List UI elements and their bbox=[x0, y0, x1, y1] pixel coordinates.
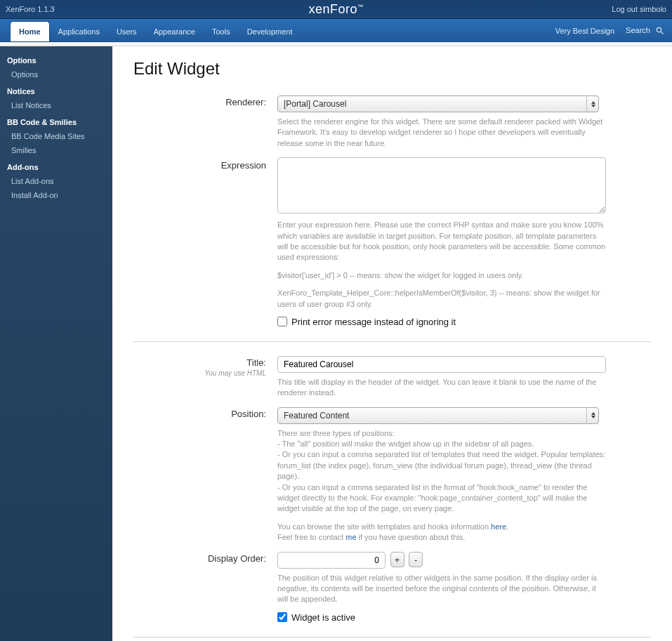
chevron-updown-icon bbox=[586, 407, 599, 424]
expression-label: Expression bbox=[133, 157, 277, 327]
sidebar-group-addons: Add-ons bbox=[0, 157, 112, 174]
position-select[interactable]: Featured Content bbox=[277, 407, 599, 424]
nav-tab-home[interactable]: Home bbox=[10, 21, 50, 41]
nav-tab-appearance[interactable]: Appearance bbox=[145, 22, 204, 41]
expression-desc-1: Enter your expression here. Please use t… bbox=[277, 220, 606, 263]
position-desc-links: You can browse the site with templates a… bbox=[277, 522, 606, 543]
print-error-label: Print error message instead of ignoring … bbox=[291, 317, 456, 327]
sidebar-item-list-notices[interactable]: List Notices bbox=[0, 98, 112, 112]
page-title: Edit Widget bbox=[133, 59, 651, 79]
widget-active-label: Widget is active bbox=[291, 612, 355, 623]
nav-search-link[interactable]: Search bbox=[626, 26, 665, 36]
nav-tab-users[interactable]: Users bbox=[108, 22, 145, 41]
divider bbox=[133, 341, 651, 342]
title-desc: This title will display in the header of… bbox=[277, 377, 606, 399]
sidebar: Options Options Notices List Notices BB … bbox=[0, 46, 112, 641]
expression-desc-2: $visitor['user_id'] > 0 -- means: show t… bbox=[277, 270, 606, 281]
nav-tab-development[interactable]: Development bbox=[239, 22, 301, 41]
logout-link[interactable]: Log out simbolo bbox=[612, 5, 666, 13]
print-error-checkbox[interactable] bbox=[277, 317, 287, 326]
brand-version: XenForo 1.1.3 bbox=[6, 5, 55, 13]
display-order-plus-button[interactable]: + bbox=[390, 552, 404, 567]
widget-active-checkbox[interactable] bbox=[277, 612, 287, 622]
renderer-select[interactable]: [Portal] Carousel bbox=[277, 95, 599, 112]
display-order-desc: The position of this widget relative to … bbox=[277, 573, 606, 605]
sidebar-item-options[interactable]: Options bbox=[0, 67, 112, 81]
display-order-label: Display Order: bbox=[133, 552, 277, 623]
sidebar-group-notices: Notices bbox=[0, 81, 112, 98]
display-order-input[interactable] bbox=[277, 552, 386, 569]
title-label: Title: You may use HTML bbox=[133, 356, 277, 399]
title-hint: You may use HTML bbox=[133, 369, 266, 377]
search-icon bbox=[655, 26, 665, 36]
display-order-minus-button[interactable]: - bbox=[409, 552, 423, 567]
renderer-desc: Select the renderer engine for this widg… bbox=[277, 117, 606, 149]
sidebar-item-list-addons[interactable]: List Add-ons bbox=[0, 174, 112, 188]
top-bar: XenForo 1.1.3 xenForo™ Log out simbolo bbox=[0, 0, 672, 19]
expression-textarea[interactable] bbox=[277, 157, 606, 213]
renderer-label: Renderer: bbox=[133, 95, 277, 149]
nav-tab-applications[interactable]: Applications bbox=[50, 22, 108, 41]
title-input[interactable] bbox=[277, 356, 606, 373]
sidebar-group-bbcode: BB Code & Smilies bbox=[0, 112, 112, 129]
chevron-updown-icon bbox=[586, 95, 599, 112]
nav-tab-tools[interactable]: Tools bbox=[204, 22, 239, 41]
divider bbox=[133, 637, 651, 637]
position-desc: There are three types of positions: - Th… bbox=[277, 428, 606, 515]
expression-desc-3: XenForo_Template_Helper_Core::helperIsMe… bbox=[277, 288, 606, 310]
me-link[interactable]: me bbox=[345, 533, 356, 541]
sidebar-item-bbcode-media[interactable]: BB Code Media Sites bbox=[0, 129, 112, 143]
brand-logo: xenForo™ bbox=[308, 2, 363, 17]
nav-design-link[interactable]: Very Best Design bbox=[555, 27, 614, 35]
sidebar-group-options: Options bbox=[0, 51, 112, 67]
position-label: Position: bbox=[133, 407, 277, 543]
main-nav: Home Applications Users Appearance Tools… bbox=[0, 19, 672, 42]
sidebar-item-install-addon[interactable]: Install Add-on bbox=[0, 188, 112, 202]
content-area: Edit Widget Renderer: [Portal] Carousel … bbox=[112, 46, 672, 641]
here-link[interactable]: here bbox=[491, 522, 506, 531]
sidebar-item-smilies[interactable]: Smilies bbox=[0, 143, 112, 157]
